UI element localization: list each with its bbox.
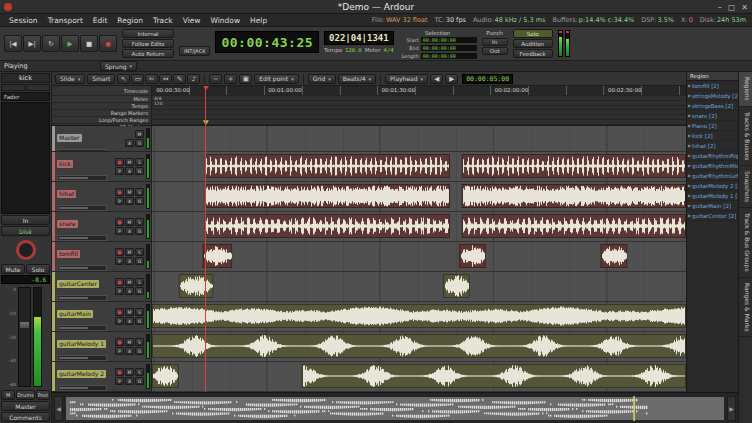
expander-icon[interactable]: ▶ (688, 113, 691, 118)
playlist-button[interactable]: P (115, 347, 124, 355)
expander-icon[interactable]: ▶ (688, 93, 691, 98)
group-button[interactable]: G (135, 377, 144, 385)
menu-transport[interactable]: Transport (43, 16, 88, 25)
location-markers-ruler[interactable] (152, 120, 686, 125)
automation-button[interactable]: A (125, 287, 134, 295)
region-list-item[interactable]: ▶guitarRhythmMid (687, 161, 738, 171)
edit-point-dropdown[interactable]: Edit point (254, 74, 298, 84)
region-list-item[interactable]: ▶hihat [2] (687, 141, 738, 151)
range-mode-icon[interactable]: ▭ (131, 74, 144, 84)
snap-unit-dropdown[interactable]: Beats/4 (338, 74, 376, 84)
expander-icon[interactable]: ▶ (688, 153, 691, 158)
edit-mode-dropdown[interactable]: Slide (55, 74, 85, 84)
sync-source-button[interactable]: INT/JACK (179, 46, 210, 56)
mute-button[interactable]: M (135, 130, 144, 138)
track-gain-slider[interactable] (57, 235, 107, 241)
comments-button[interactable]: Comments (1, 412, 50, 422)
track-canvas[interactable] (152, 126, 686, 392)
record-arm-button[interactable]: ● (115, 218, 124, 226)
region-list-item[interactable]: ▶guitarMelody 2 [2] (687, 181, 738, 191)
stretch-mode-icon[interactable]: ↔ (159, 74, 172, 84)
audition-mode-icon[interactable]: ♪ (187, 74, 200, 84)
follow-edits-button[interactable]: Follow Edits (122, 39, 174, 48)
expander-icon[interactable]: ▶ (688, 143, 691, 148)
record-arm-button[interactable]: ● (115, 278, 124, 286)
meter-point-button[interactable]: Post (36, 390, 50, 400)
processor-fader-entry[interactable]: Fader (1, 92, 50, 101)
minimize-button[interactable]: – (718, 3, 722, 12)
menu-edit[interactable]: Edit (88, 16, 113, 25)
strip-name-button[interactable]: kick (1, 73, 50, 83)
solo-button[interactable]: S (135, 158, 144, 166)
zoom-fit-button[interactable]: ▣ (239, 74, 252, 84)
playlist-button[interactable]: P (115, 227, 124, 235)
play-button[interactable]: ▶ (61, 35, 79, 52)
gain-fader[interactable] (18, 287, 31, 387)
expander-icon[interactable]: ▶ (688, 133, 691, 138)
shuttle-mode-button[interactable]: Sprung (100, 61, 137, 71)
expander-icon[interactable]: ▶ (688, 103, 691, 108)
menu-window[interactable]: Window (206, 16, 246, 25)
region-list-item[interactable]: ▶guitarMain [2] (687, 201, 738, 211)
selection-start[interactable]: Start00:00:00:00 (399, 36, 477, 44)
track-gain-slider[interactable] (57, 325, 107, 331)
record-enable-button[interactable] (16, 240, 36, 260)
playlist-button[interactable]: P (115, 377, 124, 385)
timecode-ruler[interactable]: 00:00:30:0000:01:00:0000:01:30:0000:02:0… (152, 86, 686, 96)
region-list-item[interactable]: ▶stringsMelody [2] (687, 91, 738, 101)
audition-button[interactable]: Audition (513, 39, 553, 48)
region-list-item[interactable]: ▶kick [2] (687, 131, 738, 141)
track-name[interactable]: tomfill (57, 250, 80, 258)
strip-hide-button[interactable] (26, 84, 50, 91)
monitor-input-button[interactable]: In (1, 215, 50, 225)
region-list-item[interactable]: ▶tomfill [2] (687, 81, 738, 91)
mute-button[interactable]: M (125, 188, 134, 196)
track-name[interactable]: guitarCenter (57, 280, 99, 288)
group-button[interactable]: G (135, 227, 144, 235)
side-tab-track-bus-groups[interactable]: Track & Bus Groups (739, 208, 752, 278)
track-header-snare[interactable]: snare●MSPAG (52, 212, 151, 242)
record-arm-button[interactable]: ● (115, 368, 124, 376)
expander-icon[interactable]: ▶ (688, 173, 691, 178)
tempo-value[interactable]: 120.0 (345, 47, 362, 53)
track-gain-slider[interactable] (57, 205, 107, 211)
location-marker[interactable] (203, 120, 209, 125)
solo-button[interactable]: S (135, 188, 144, 196)
track-header-hihat[interactable]: hihat●MSPAG (52, 182, 151, 212)
nudge-back-button[interactable]: ◀ (430, 74, 443, 84)
record-arm-button[interactable]: ● (115, 248, 124, 256)
automation-button[interactable]: A (125, 347, 134, 355)
primary-clock[interactable]: 00:00:43:25 (215, 31, 319, 53)
track-gain-slider[interactable] (57, 385, 107, 391)
smart-mode-button[interactable]: Smart (87, 74, 115, 84)
expander-icon[interactable]: ▶ (688, 83, 691, 88)
solo-button[interactable]: S (135, 308, 144, 316)
solo-button[interactable]: S (135, 248, 144, 256)
automation-button[interactable]: A (125, 167, 134, 175)
region-list-header[interactable]: Region (687, 72, 738, 81)
solo-button[interactable]: Solo (26, 264, 50, 274)
nudge-forward-button[interactable]: ▶ (445, 74, 458, 84)
automation-button[interactable]: A (125, 317, 134, 325)
stop-button[interactable]: ■ (80, 35, 98, 52)
region-list-item[interactable]: ▶guitarMelody 1 [2] (687, 191, 738, 201)
summary-scroll-left-button[interactable]: ◀ (54, 396, 63, 421)
grab-mode-icon[interactable]: ↖ (117, 74, 130, 84)
processor-box[interactable] (1, 102, 50, 214)
track-gain-slider[interactable] (57, 265, 107, 271)
track-gain-slider[interactable] (57, 355, 107, 361)
group-button[interactable]: G (135, 287, 144, 295)
track-header-kick[interactable]: kick●MSPAG (52, 152, 151, 182)
automation-button[interactable]: A (125, 139, 134, 147)
record-arm-button[interactable]: ● (115, 158, 124, 166)
mono-button[interactable]: M (1, 390, 15, 400)
draw-mode-icon[interactable]: ✎ (173, 74, 186, 84)
track-name[interactable]: kick (57, 160, 73, 168)
secondary-clock[interactable]: 022|04|1341 (324, 31, 394, 45)
goto-start-button[interactable]: |◀ (4, 35, 22, 52)
group-button[interactable]: G (135, 139, 144, 147)
track-name[interactable]: snare (57, 220, 78, 228)
track-header-guitarcenter[interactable]: guitarCenter●MSPAG (52, 272, 151, 302)
mute-button[interactable]: M (125, 248, 134, 256)
playlist-button[interactable]: P (115, 197, 124, 205)
